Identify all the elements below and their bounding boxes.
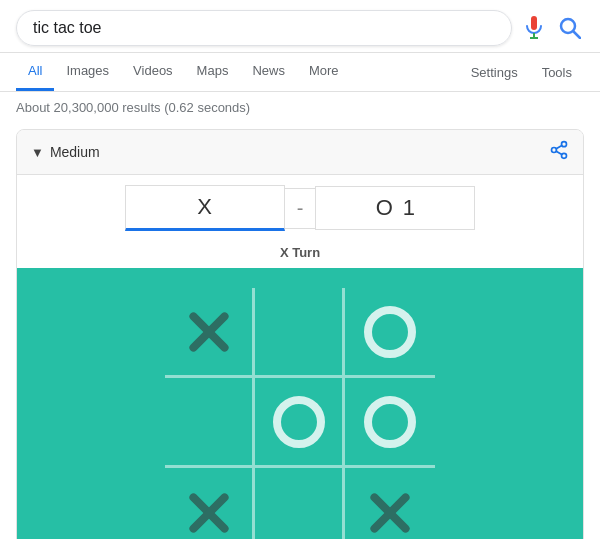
share-icon[interactable]: [549, 140, 569, 164]
svg-line-4: [574, 32, 581, 39]
mark-x: [183, 487, 235, 539]
tab-images[interactable]: Images: [54, 53, 121, 91]
collapse-arrow-icon[interactable]: ▼: [31, 145, 44, 160]
search-bar: [0, 0, 600, 53]
cell-8[interactable]: [345, 468, 435, 539]
turn-indicator: X Turn: [17, 241, 583, 268]
player-o-score: 1: [393, 195, 415, 221]
tab-tools[interactable]: Tools: [530, 55, 584, 90]
player-o-score-box: O 1: [315, 186, 475, 230]
mark-o: [364, 396, 416, 448]
mark-o: [273, 396, 325, 448]
cell-4[interactable]: [255, 378, 345, 468]
mark-x: [364, 487, 416, 539]
microphone-icon[interactable]: [522, 16, 546, 40]
tab-all[interactable]: All: [16, 53, 54, 91]
mark-x: [183, 306, 235, 358]
svg-line-8: [556, 151, 562, 154]
search-icons: [522, 14, 584, 42]
player-x-label: X: [197, 194, 212, 220]
score-row: X - O 1: [17, 175, 583, 241]
player-x-score-box: X: [125, 185, 285, 231]
nav-tabs: All Images Videos Maps News More Setting…: [0, 53, 600, 92]
tab-maps[interactable]: Maps: [185, 53, 241, 91]
cell-7[interactable]: [255, 468, 345, 539]
cell-2[interactable]: [345, 288, 435, 378]
tab-settings[interactable]: Settings: [459, 55, 530, 90]
svg-line-9: [556, 145, 562, 148]
cell-5[interactable]: [345, 378, 435, 468]
search-icon[interactable]: [556, 14, 584, 42]
cell-6[interactable]: [165, 468, 255, 539]
svg-rect-0: [531, 16, 537, 30]
cell-1[interactable]: [255, 288, 345, 378]
player-o-label: O: [376, 195, 393, 221]
mark-o: [364, 306, 416, 358]
board-grid: [165, 288, 435, 539]
turn-text: X Turn: [280, 245, 320, 260]
search-input[interactable]: [33, 19, 495, 37]
score-divider: -: [285, 188, 316, 229]
results-count: About 20,300,000 results (0.62 seconds): [0, 92, 600, 123]
cell-3[interactable]: [165, 378, 255, 468]
game-header: ▼ Medium: [17, 130, 583, 175]
difficulty-label: Medium: [50, 144, 100, 160]
cell-0[interactable]: [165, 288, 255, 378]
game-widget: ▼ Medium X - O 1 X Turn RES: [16, 129, 584, 539]
tab-news[interactable]: News: [240, 53, 297, 91]
tab-videos[interactable]: Videos: [121, 53, 185, 91]
tab-more[interactable]: More: [297, 53, 351, 91]
game-board: [17, 268, 583, 539]
search-input-wrap: [16, 10, 512, 46]
